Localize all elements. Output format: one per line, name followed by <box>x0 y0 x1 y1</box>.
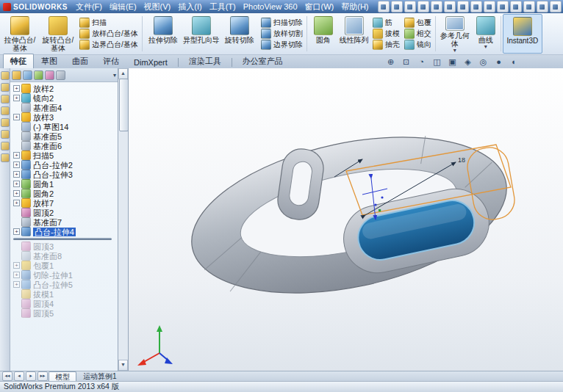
redo-icon[interactable] <box>457 1 469 12</box>
tree-item[interactable]: + 扫描5 <box>12 150 118 160</box>
tree-item[interactable]: + 放样7 <box>12 198 118 208</box>
sweep-button[interactable]: 扫描 <box>77 17 140 28</box>
first-tab-icon[interactable]: ◂◂ <box>2 371 12 381</box>
tab-sketch[interactable]: 草图 <box>34 54 65 68</box>
scroll-down-icon[interactable]: ▼ <box>118 360 128 371</box>
zoom-to-fit-icon[interactable]: ⊕ <box>384 57 397 68</box>
new-icon[interactable] <box>378 1 390 12</box>
tree-item[interactable]: + 圆顶3 <box>12 242 118 251</box>
tree-item[interactable]: + 凸台-拉伸3 <box>12 170 118 179</box>
side-tool-icon-7[interactable] <box>1 142 10 150</box>
tree-item[interactable]: + 基准面8 <box>12 251 118 261</box>
tree-item[interactable]: + 基准面7 <box>12 217 118 227</box>
instant3d-button[interactable]: Instant3D <box>503 14 542 54</box>
side-tool-icon-2[interactable] <box>1 83 10 92</box>
save-icon[interactable] <box>404 1 416 12</box>
tab-evaluate[interactable]: 评估 <box>96 54 126 68</box>
scrollbar-thumb[interactable] <box>119 79 129 131</box>
zoom-area-icon[interactable]: ⊡ <box>400 57 412 68</box>
expand-icon[interactable]: + <box>13 228 20 235</box>
curves-button[interactable]: 曲线 ▾ <box>473 14 499 54</box>
tab-surfaces[interactable]: 曲面 <box>65 54 96 68</box>
section-view-icon[interactable]: ◫ <box>431 57 443 68</box>
tab-divider[interactable] <box>178 58 179 67</box>
loft-cut-button[interactable]: 放样切割 <box>259 28 305 39</box>
menu-item[interactable]: 视图(V) <box>140 0 175 13</box>
tree-item[interactable]: + 切除-拉伸1 <box>12 270 118 280</box>
side-tool-icon-3[interactable] <box>1 95 10 104</box>
tree-item[interactable]: + 放样3 <box>12 112 118 122</box>
prev-tab-icon[interactable]: ◂ <box>14 371 24 381</box>
options-icon[interactable] <box>550 1 562 12</box>
expand-icon[interactable]: + <box>13 181 20 187</box>
shell-button[interactable]: 抽壳 <box>370 39 402 50</box>
tree-item[interactable]: + 圆顶5 <box>12 308 118 318</box>
expand-icon[interactable]: + <box>13 161 20 168</box>
scroll-up-icon[interactable]: ▲ <box>118 68 128 79</box>
tree-item[interactable]: + (-) 草图14 <box>12 122 118 131</box>
side-tool-icon-8[interactable] <box>1 153 10 162</box>
menu-item[interactable]: 编辑(E) <box>106 0 140 13</box>
mirror-button[interactable]: 镜向 <box>402 39 434 50</box>
intersect-button[interactable]: 相交 <box>402 28 434 39</box>
side-tool-icon-5[interactable] <box>1 118 10 127</box>
undo-icon[interactable] <box>444 1 456 12</box>
expand-icon[interactable]: + <box>13 272 20 278</box>
expand-icon[interactable]: + <box>13 200 20 206</box>
tree-item[interactable]: + 凸台-拉伸4 <box>12 227 118 236</box>
side-tool-icon-4[interactable] <box>1 106 10 115</box>
reference-geometry-button[interactable]: 参考几何体 ▾ <box>437 14 473 54</box>
menu-item[interactable]: 工具(T) <box>206 0 240 13</box>
tree-scrollbar[interactable]: ▲ ▼ <box>118 68 129 371</box>
tab-render-tools[interactable]: 渲染工具 <box>182 54 229 68</box>
featuremanager-tab-icon[interactable] <box>12 70 21 80</box>
graphics-area[interactable]: 18 <box>129 68 563 371</box>
menu-item[interactable]: 文件(F) <box>72 0 106 13</box>
wrap-button[interactable]: 包覆 <box>402 17 434 28</box>
extrude-cut-button[interactable]: 拉伸切除 <box>144 14 182 54</box>
tree-item[interactable]: + 凸台-拉伸5 <box>12 280 118 289</box>
tree-item[interactable]: + 放样2 <box>12 84 118 93</box>
measure-icon[interactable] <box>510 1 522 12</box>
select-icon[interactable] <box>470 1 482 12</box>
tree-item[interactable]: + 圆顶2 <box>12 208 118 217</box>
tree-item[interactable]: + 圆角1 <box>12 179 118 189</box>
boundary-boss-button[interactable]: 边界凸台/基体 <box>77 39 140 50</box>
rollback-bar[interactable] <box>13 238 112 240</box>
displaymanager-tab-icon[interactable] <box>56 70 65 80</box>
linear-pattern-button[interactable]: 线性阵列 <box>338 14 370 54</box>
tree-item[interactable]: + 圆顶4 <box>12 299 118 308</box>
tree-item[interactable]: + 基准面6 <box>12 141 118 150</box>
tree-item[interactable]: + 凸台-拉伸2 <box>12 160 118 170</box>
expand-icon[interactable]: + <box>13 281 20 288</box>
apply-scene-icon[interactable]: ◐ <box>508 57 520 68</box>
tab-divider[interactable] <box>232 58 232 67</box>
extrude-boss-button[interactable]: 拉伸凸台/基体 <box>1 14 39 54</box>
expand-icon[interactable]: + <box>13 95 20 101</box>
edit-appearance-icon[interactable]: ● <box>492 57 505 68</box>
dimxpertmanager-tab-icon[interactable] <box>45 70 54 80</box>
loft-button[interactable]: 放样凸台/基体 <box>77 28 140 39</box>
hole-wizard-button[interactable]: 异型孔向导 <box>182 14 220 54</box>
tree-item[interactable]: + 基准面4 <box>12 103 118 112</box>
expand-icon[interactable]: + <box>13 262 20 269</box>
display-style-icon[interactable]: ◈ <box>462 57 474 68</box>
tab-motion-study-1[interactable]: 运动算例1 <box>76 371 123 382</box>
tab-model[interactable]: 模型 <box>49 371 76 382</box>
tree-item[interactable]: + 拔模1 <box>12 289 118 299</box>
section-icon[interactable] <box>523 1 535 12</box>
menu-item[interactable]: 帮助(H) <box>337 0 372 13</box>
revolve-cut-button[interactable]: 旋转切除 <box>220 14 259 54</box>
previous-view-icon[interactable]: ◔ <box>415 57 428 68</box>
side-tool-icon-6[interactable] <box>1 130 10 139</box>
view-orientation-icon[interactable]: ▣ <box>446 57 459 68</box>
draft-button[interactable]: 拔模 <box>370 28 402 39</box>
tree-item[interactable]: + 基准面5 <box>12 131 118 141</box>
expand-icon[interactable]: + <box>13 152 20 159</box>
rib-button[interactable]: 筋 <box>370 17 402 28</box>
revolve-boss-button[interactable]: 旋转凸台/基体 <box>39 14 77 54</box>
tab-features[interactable]: 特征 <box>3 54 34 68</box>
propertymanager-tab-icon[interactable] <box>23 70 32 80</box>
rebuild-icon[interactable] <box>484 1 495 12</box>
tab-office-products[interactable]: 办公室产品 <box>235 54 290 68</box>
